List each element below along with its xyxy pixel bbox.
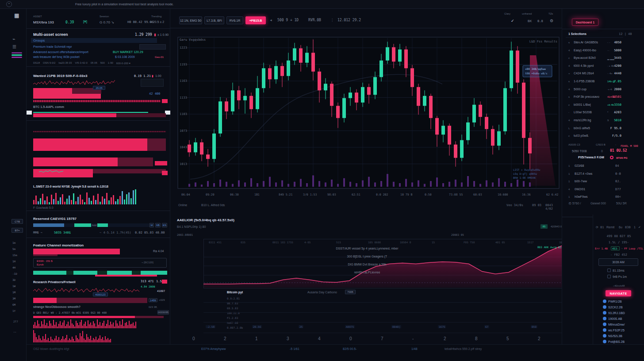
asset-value[interactable]: MSX/bra 193 xyxy=(33,20,54,24)
slider-fill[interactable] xyxy=(33,113,116,117)
strange-box[interactable]: 0033035 xyxy=(157,310,169,315)
page-number[interactable]: 2 xyxy=(444,336,446,341)
toolbar-rvr[interactable]: RVR.0B xyxy=(308,18,321,22)
timeframe-item[interactable]: 1m xyxy=(12,241,15,244)
watchlist-row[interactable]: 45000 cup∙+ 4∙2000 xyxy=(562,86,644,93)
watchlist-row[interactable]: 4t000 4.5b pprd∙ + 4b4200 xyxy=(562,62,644,70)
interval-control[interactable]: 500 9 ÷ 1D xyxy=(277,18,299,22)
watchlist-row[interactable]: 4ms/s12Rr.bg95010 xyxy=(562,117,644,124)
timeframe-item[interactable]: 4H xyxy=(12,266,15,269)
page-number[interactable]: 2 xyxy=(224,336,226,341)
gear-icon[interactable]: ⚙ xyxy=(550,19,553,23)
indicator-button-2[interactable]: L7.3.B, BFi xyxy=(204,16,224,24)
watchlist-row[interactable]: sFr0F.5b precusavo414 +b02501 xyxy=(562,93,644,101)
indicator-button-1[interactable]: 12.1N, EMG 50 xyxy=(179,16,202,24)
page-number[interactable]: 8 xyxy=(475,336,478,341)
screener-row1[interactable]: Premium trade Schmidt repr xyxy=(33,45,72,48)
nav-item[interactable]: PWR1/2B xyxy=(603,300,622,303)
watchlist-row[interactable]: ctu03 p0w8.F/5.0 xyxy=(562,132,644,140)
rail-chip-ctb[interactable]: CTB xyxy=(12,219,23,224)
watchlist-row[interactable]: 4Easy) 49000-lbo∙∙∙5000 xyxy=(562,47,644,54)
timeframe-item[interactable]: 1M xyxy=(12,291,15,294)
screener-tab[interactable]: 500 xyxy=(100,61,105,65)
nav-item[interactable]: ws.FS2P.25 xyxy=(603,328,625,332)
tool-icon[interactable]: ⌁ xyxy=(12,36,15,42)
order-h3[interactable]: Remit xyxy=(606,226,614,229)
research-red-box[interactable] xyxy=(162,280,167,284)
timeframe-item[interactable]: 5m xyxy=(12,247,15,250)
footer-item-a[interactable]: E07% Amayhyww xyxy=(201,347,226,350)
caret-icon[interactable]: ◄ xyxy=(269,19,272,22)
page-number[interactable]: - xyxy=(412,336,414,341)
screener-tab[interactable]: DS18 xyxy=(33,61,40,65)
reserved-chip-3[interactable]: ES xyxy=(162,223,167,227)
timeframe-item[interactable]: -1D xyxy=(12,272,17,275)
mini-list-row[interactable]: 40W2/01D77 xyxy=(562,186,644,194)
screener-tab[interactable]: ba20.35 03 xyxy=(58,61,72,65)
list-icon[interactable]: ☰ xyxy=(12,44,16,49)
session-value[interactable]: G 0.70 ↘ xyxy=(100,20,114,24)
dashboard-button[interactable]: Dashboard 1 xyxy=(572,19,598,26)
right-footer-3[interactable]: 50U 5R xyxy=(616,202,627,205)
screener-row2-right[interactable]: BUY MARKET 120.29 xyxy=(113,50,143,54)
indicator-button-3[interactable]: RV6.1R xyxy=(226,16,243,24)
home-icon[interactable]: ⌃ xyxy=(6,1,12,7)
page-number[interactable]: 0 xyxy=(192,336,195,341)
order-input[interactable]: 3039 AM xyxy=(598,258,638,266)
screener-tab[interactable]: 600-0-200 ▾ xyxy=(116,61,130,65)
reserved-chip-2[interactable]: 6B xyxy=(155,223,161,227)
footer-item-c[interactable]: 82/5 00.5- xyxy=(343,347,357,350)
watchlist-row[interactable]: s1-0.P55.23B0B14b @7.05 xyxy=(562,78,644,85)
candlestick-chart[interactable]: 12231193116311331103107310431013Garu Vxg… xyxy=(177,35,561,203)
timeframe-item[interactable]: 3D xyxy=(12,278,15,281)
nav-item[interactable]: MthrusDnw/ xyxy=(603,323,625,326)
timeframe-item[interactable]: 1H xyxy=(12,260,15,263)
screener-tab[interactable]: V/5-3-42-0 xyxy=(75,61,87,65)
page-number[interactable]: 3 xyxy=(287,336,289,341)
navigate-badge[interactable]: NAVIGATE xyxy=(606,290,631,296)
order-checkbox-2[interactable]: 9rB Pv.1m xyxy=(607,275,627,278)
timeframe-item[interactable]: 15m xyxy=(12,253,17,257)
watchlist-row[interactable]: Lb0nG alifw5F 95.0 xyxy=(562,125,644,132)
right-footer-2[interactable]: Gewwt 000 xyxy=(590,202,606,205)
reserved-chip-1[interactable]: M xyxy=(150,223,154,227)
nav-item[interactable]: S2CK2.2B xyxy=(603,305,623,309)
screener-tab[interactable]: 05 05 xyxy=(91,61,97,65)
page-number[interactable]: 1 xyxy=(255,336,258,341)
timeframe-item[interactable]: 1W xyxy=(12,284,15,288)
watchlist-row[interactable]: sStev.Ar GASB50s- ∙∙4050 xyxy=(562,39,644,46)
mini-list-row[interactable]: 1B12T.4 <0ws0-0 xyxy=(562,171,644,178)
price-button-active[interactable]: +PB15.B xyxy=(245,16,266,24)
refresh2-icon[interactable]: ⟳ xyxy=(596,226,598,229)
toolbar-dots-icon[interactable]: ⋮ xyxy=(330,18,334,22)
mini-list-row[interactable]: 1023/6804 xyxy=(562,163,644,170)
nav-item[interactable]: Pvt@BS.2B xyxy=(603,340,625,343)
watchlist-row[interactable]: -L00w/ 5020B*A203 xyxy=(562,109,644,116)
screener-link-groups[interactable]: Groups xyxy=(33,38,45,42)
page-number[interactable]: 4 xyxy=(318,336,321,341)
footer-item-b[interactable]: -5 1/61 xyxy=(290,347,299,350)
toolbar-bk[interactable]: BK xyxy=(528,19,532,23)
watchlist-row[interactable]: cByw.accot B2b0▂ ▂▂3445 xyxy=(562,54,644,62)
footer-item-d[interactable]: 1/48 xyxy=(411,347,418,350)
screener-tab[interactable]: OSN 9-0/2 xyxy=(43,61,55,65)
slider-handle-left[interactable] xyxy=(27,111,32,115)
watchlist-row[interactable]: +C424 M0.26s4∙∙ 4+4440 xyxy=(562,70,644,77)
watchlist-row[interactable]: cb0001 L/Bw|+b 4b3350 xyxy=(562,101,644,109)
page-number[interactable]: 7 xyxy=(381,336,383,341)
order-checkbox-1[interactable]: 81.15ms xyxy=(607,269,625,272)
app-logo-icon[interactable]: ▦ xyxy=(14,12,19,19)
nav-item[interactable]: 1900S.AB xyxy=(603,317,622,320)
nav-item[interactable]: 93.2RJ.1BD xyxy=(603,311,625,315)
screener-row2[interactable]: Advanced account offers/balance/import xyxy=(33,50,88,54)
timeframe-item[interactable]: 1Y xyxy=(12,309,15,312)
right-footer-1[interactable]: ⦿ 5760 / xyxy=(568,202,581,205)
nav-item[interactable]: NS/52L3B xyxy=(603,334,622,338)
screener-tab[interactable]: 1-90 xyxy=(108,61,113,65)
order-check-icon[interactable]: ✓ xyxy=(638,226,641,229)
screener-row3[interactable]: web treasure def bnq W3b pocket xyxy=(33,55,80,58)
page-number[interactable]: 0 xyxy=(349,336,352,341)
page-number[interactable]: 2 xyxy=(538,336,540,341)
timeframe-tail[interactable]: 2T7 xyxy=(13,320,18,323)
page-number[interactable]: 5 xyxy=(506,336,509,341)
